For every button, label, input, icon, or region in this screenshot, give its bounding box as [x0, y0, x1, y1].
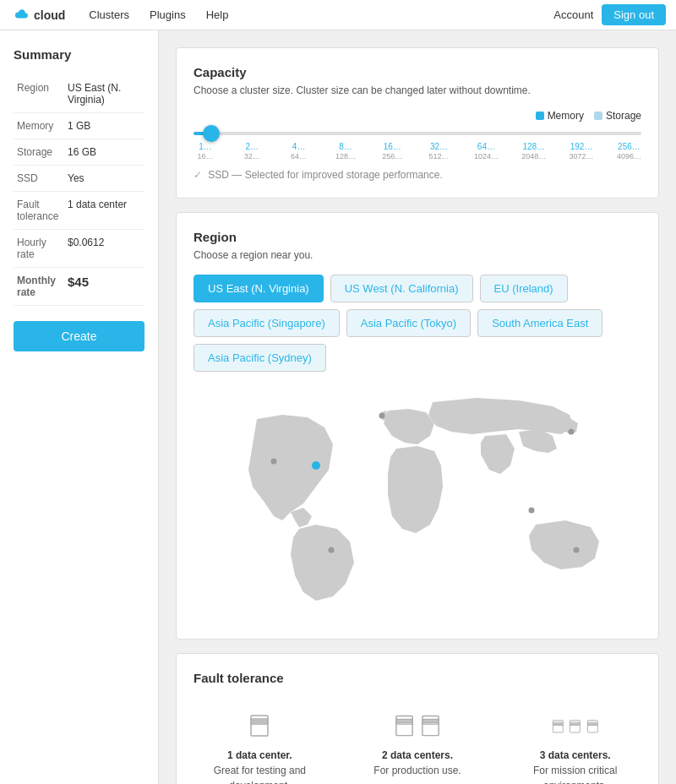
sidebar-title: Summary [14, 47, 144, 62]
fault-desc-1: 1 data center.Great for testing and deve… [194, 748, 326, 784]
summary-label: Storage [14, 139, 64, 166]
svg-rect-11 [396, 719, 412, 724]
svg-rect-24 [587, 721, 597, 724]
slider-label-item: 16…256… [380, 142, 404, 161]
svg-rect-23 [587, 722, 597, 726]
slider-label-item: 1…16… [194, 142, 217, 161]
svg-point-3 [529, 508, 535, 514]
navbar-right: Account Sign out [553, 4, 666, 25]
world-map [206, 385, 629, 622]
slider-label-item: 192…3072… [570, 142, 594, 161]
summary-row: Fault tolerance1 data center [14, 192, 144, 230]
slider-label-item: 32…512… [428, 142, 451, 161]
svg-rect-17 [553, 722, 563, 726]
ssd-note: ✓ SSD — Selected for improved storage pe… [194, 169, 641, 181]
region-button[interactable]: South America East [477, 309, 602, 337]
fault-icon-2 [392, 699, 443, 741]
svg-rect-9 [251, 716, 268, 721]
summary-label: Region [14, 75, 64, 113]
nav-clusters[interactable]: Clusters [79, 0, 139, 30]
svg-rect-8 [251, 719, 268, 724]
capacity-title: Capacity [194, 65, 641, 79]
monthly-rate-row: Monthly rate $45 [14, 268, 144, 306]
legend-storage-dot [594, 112, 602, 120]
svg-rect-12 [396, 716, 412, 721]
nav-help[interactable]: Help [196, 0, 239, 30]
navbar: cloud Clusters Plugins Help Account Sign… [0, 0, 676, 30]
fault-option: 2 data centers.For production use. [352, 699, 484, 784]
legend-memory: Memory [536, 110, 584, 122]
summary-value: 1 GB [64, 113, 144, 139]
summary-label: Hourly rate [14, 230, 64, 268]
region-button[interactable]: Asia Pacific (Sydney) [194, 344, 326, 372]
svg-point-0 [312, 461, 320, 470]
slider-thumb[interactable] [203, 125, 220, 142]
monthly-label: Monthly rate [14, 268, 64, 306]
region-button[interactable]: US East (N. Virginia) [194, 275, 324, 302]
legend-memory-dot [536, 112, 544, 120]
summary-value: $0.0612 [64, 230, 144, 268]
summary-row: SSDYes [14, 166, 144, 192]
fault-icon-1 [234, 699, 285, 741]
svg-point-5 [329, 547, 335, 553]
fault-desc-3: 3 data centers.For mission critical envi… [509, 748, 641, 784]
svg-point-4 [569, 429, 575, 435]
slider-label-item: 128…2048… [521, 142, 546, 161]
region-button[interactable]: US West (N. California) [330, 275, 473, 302]
summary-table: RegionUS East (N. Virginia)Memory1 GBSto… [14, 75, 144, 306]
summary-row: Hourly rate$0.0612 [14, 230, 144, 268]
region-title: Region [194, 230, 641, 244]
capacity-panel: Capacity Choose a cluster size. Cluster … [176, 47, 659, 199]
summary-value: Yes [64, 166, 144, 192]
slider-label-item: 2…32… [240, 142, 264, 161]
summary-label: Fault tolerance [14, 192, 64, 230]
nav-plugins[interactable]: Plugins [139, 0, 196, 30]
fault-title: Fault tolerance [194, 671, 641, 685]
brand-text: cloud [34, 8, 65, 22]
summary-label: SSD [14, 166, 64, 192]
region-button[interactable]: EU (Ireland) [480, 275, 568, 302]
svg-point-2 [379, 413, 385, 419]
create-button[interactable]: Create [14, 321, 144, 351]
capacity-subtitle: Choose a cluster size. Cluster size can … [194, 84, 641, 96]
slider-label-item: 64…1024… [474, 142, 499, 161]
svg-point-6 [574, 547, 580, 553]
svg-rect-15 [422, 716, 439, 721]
monthly-value: $45 [64, 268, 144, 306]
summary-row: RegionUS East (N. Virginia) [14, 75, 144, 113]
fault-desc-2: 2 data centers.For production use. [352, 748, 484, 778]
legend-storage: Storage [594, 110, 641, 122]
region-button[interactable]: Asia Pacific (Singapore) [194, 309, 340, 337]
fault-option: 3 data centers.For mission critical envi… [509, 699, 641, 784]
legend-memory-label: Memory [548, 110, 584, 122]
region-panel: Region Choose a region near you. US East… [176, 212, 659, 640]
ssd-check-icon: ✓ [194, 169, 202, 181]
account-link[interactable]: Account [553, 8, 593, 21]
summary-value: 1 data center [64, 192, 144, 230]
svg-rect-20 [570, 722, 581, 726]
svg-rect-21 [570, 721, 581, 724]
signout-button[interactable]: Sign out [602, 4, 666, 25]
sidebar: Summary RegionUS East (N. Virginia)Memor… [0, 30, 159, 784]
fault-option: 1 data center.Great for testing and deve… [194, 699, 326, 784]
fault-options: 1 data center.Great for testing and deve… [194, 699, 641, 784]
summary-row: Storage16 GB [14, 139, 144, 166]
svg-point-1 [271, 459, 277, 465]
cloud-icon [10, 6, 29, 24]
summary-value: 16 GB [64, 139, 144, 166]
region-button[interactable]: Asia Pacific (Tokyo) [346, 309, 471, 337]
capacity-slider-container[interactable]: 1…16…2…32…4…64…8…128…16…256…32…512…64…10… [194, 132, 641, 161]
map-container [194, 385, 641, 622]
slider-label-item: 8…128… [334, 142, 357, 161]
svg-rect-14 [422, 719, 439, 724]
brand-logo[interactable]: cloud [10, 6, 65, 24]
ssd-note-text: SSD — Selected for improved storage perf… [208, 169, 442, 181]
content-area: Capacity Choose a cluster size. Cluster … [159, 30, 676, 784]
svg-rect-18 [553, 721, 563, 724]
summary-label: Memory [14, 113, 64, 139]
main-layout: Summary RegionUS East (N. Virginia)Memor… [0, 30, 676, 784]
slider-label-item: 256…4096… [617, 142, 641, 161]
summary-row: Memory1 GB [14, 113, 144, 139]
slider-label-item: 4…64… [287, 142, 311, 161]
capacity-legend: Memory Storage [194, 110, 641, 122]
